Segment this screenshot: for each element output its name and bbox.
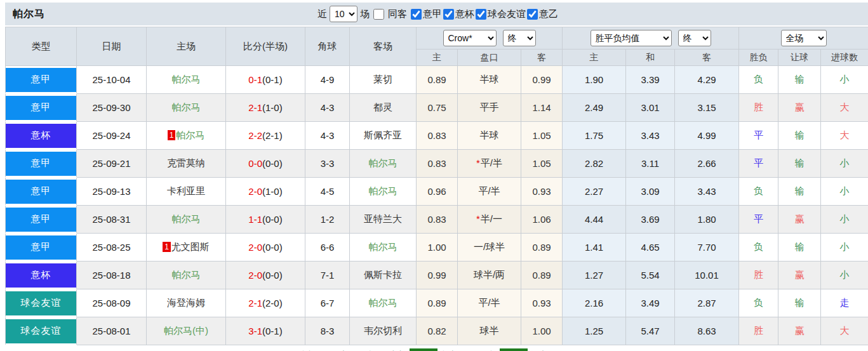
filter-controls: 近 10 场 同客 意甲 意杯 球会友谊 意乙 [315, 6, 558, 22]
away-team-name: 莱切 [373, 74, 392, 84]
avg-away: 3.43 [675, 178, 739, 206]
subcol-odds-home: 主 [417, 50, 458, 66]
match-date: 25-08-31 [77, 206, 147, 234]
league-checkbox-coppa-italia[interactable] [443, 9, 454, 20]
fulltime-score: 2-0 [248, 270, 262, 281]
match-row: 意甲25-09-13卡利亚里2-0(1-0)4-5帕尔马0.96平/半0.932… [6, 178, 868, 206]
away-team-name: 帕尔马 [369, 157, 397, 168]
corner-score: 8-3 [305, 317, 350, 345]
league-type-badge: 意甲 [6, 68, 76, 92]
subcol-avg-away: 客 [675, 50, 739, 66]
result-outcome: 胜 [739, 317, 778, 345]
avg-draw: 3.09 [626, 178, 675, 206]
handicap-cell: 一/球半 [458, 234, 521, 262]
handicap-result: 输 [778, 178, 821, 206]
halftime-score: (0-0) [262, 158, 283, 169]
odds-away: 0.89 [521, 234, 563, 262]
avg-time-select[interactable]: 终 [678, 30, 711, 46]
league-label-serie-b: 意乙 [539, 8, 558, 20]
away-team-name: 斯佩齐亚 [364, 129, 402, 140]
avg-away: 8.63 [675, 317, 739, 345]
avg-draw: 3.49 [626, 289, 675, 317]
odds-company-select[interactable]: Crow* [443, 30, 497, 46]
subcol-avg-home: 主 [563, 50, 626, 66]
home-team-name: 帕尔马 [172, 269, 201, 280]
match-date: 25-09-13 [77, 178, 147, 206]
team-name-title: 帕尔马 [13, 8, 45, 21]
league-checkbox-serie-a[interactable] [411, 9, 422, 20]
home-team-name: 卡利亚里 [167, 185, 205, 196]
handicap-result: 输 [778, 289, 821, 317]
league-type-badge: 球会友谊 [6, 319, 76, 343]
avg-home: 1.27 [563, 262, 626, 289]
subcol-avg-draw: 和 [626, 50, 675, 66]
odds-home: 0.83 [417, 122, 458, 150]
corner-score: 7-1 [305, 262, 350, 289]
avg-away: 7.70 [675, 234, 739, 262]
fulltime-score: 3-1 [248, 326, 262, 336]
score-cell: 2-2(2-1) [226, 122, 305, 150]
avg-draw: 3.11 [626, 150, 675, 178]
league-type-badge: 意甲 [6, 96, 76, 120]
recent-count-select[interactable]: 10 [330, 6, 357, 22]
odds-away: 0.89 [521, 262, 563, 289]
match-date: 25-08-09 [77, 289, 147, 317]
match-row: 意甲25-09-21克雷莫纳0-0(0-0)3-3帕尔马0.83*平/半1.05… [6, 150, 868, 178]
league-type-cell: 意杯 [6, 262, 77, 289]
league-label-club-friendly: 球会友谊 [488, 8, 526, 20]
win-rate-badge: 30% [410, 348, 437, 351]
handicap-result: 输 [778, 66, 821, 94]
scope-select[interactable]: 全场 [781, 30, 827, 46]
col-header-score: 比分(半场) [226, 27, 305, 66]
avg-draw: 3.01 [626, 94, 675, 122]
match-row: 球会友谊25-08-09海登海姆2-1(2-0)6-7帕尔马0.89平/半0.9… [6, 289, 868, 317]
league-type-cell: 意甲 [6, 234, 77, 262]
subcol-handicap: 盘口 [458, 50, 521, 66]
fulltime-score: 1-1 [248, 214, 262, 225]
goals-result: 小 [821, 150, 868, 178]
odds-home: 0.75 [417, 94, 458, 122]
big-rate-badge: 30% [500, 348, 528, 351]
league-filter-serie-b: 意乙 [526, 8, 558, 20]
match-date: 25-09-21 [77, 150, 147, 178]
halftime-score: (0-0) [262, 270, 283, 281]
odds-time-select[interactable]: 终 [503, 30, 536, 46]
avg-odds-select[interactable]: 胜平负均值 [591, 30, 672, 46]
odds-away: 0.99 [521, 66, 563, 94]
handicap-result: 输 [778, 234, 821, 262]
away-team: 帕尔马 [350, 234, 417, 262]
match-date: 25-10-04 [77, 66, 147, 94]
home-team: 克雷莫纳 [147, 150, 226, 178]
away-team: 帕尔马 [350, 150, 417, 178]
handicap-result: 输 [778, 122, 821, 150]
avg-home: 2.82 [563, 150, 626, 178]
summary-footer: 近10场,胜3平3负4, 胜率: 30% 赢率:40% 大: 30% 单率:30… [5, 345, 868, 351]
score-cell: 1-1(0-0) [226, 206, 305, 234]
league-type-cell: 意甲 [6, 94, 77, 122]
panel-topbar: 帕尔马 近 10 场 同客 意甲 意杯 球会友谊 [5, 3, 868, 25]
table-header: 类型 日期 主场 比分(半场) 角球 客场 Crow* 终 [6, 27, 868, 66]
away-team: 莱切 [350, 66, 417, 94]
goals-result: 小 [821, 178, 868, 206]
same-away-checkbox[interactable] [373, 9, 384, 20]
fulltime-score: 0-0 [248, 158, 262, 169]
league-type-cell: 意甲 [6, 178, 77, 206]
avg-odds-header: 胜平负均值 终 [563, 27, 739, 50]
league-type-badge: 意杯 [6, 124, 76, 148]
score-cell: 3-1(0-1) [226, 317, 305, 345]
goals-result: 小 [821, 206, 868, 234]
away-team: 帕尔马 [350, 289, 417, 317]
goals-result: 大 [821, 94, 868, 122]
league-checkbox-serie-b[interactable] [527, 9, 538, 20]
corner-score: 6-7 [305, 289, 350, 317]
result-outcome: 胜 [739, 94, 778, 122]
match-row: 意杯25-09-241帕尔马2-2(2-1)4-3斯佩齐亚0.83半球1.051… [6, 122, 868, 150]
avg-draw: 3.69 [626, 206, 675, 234]
col-header-home: 主场 [147, 27, 226, 66]
handicap-cell: 球半/两 [458, 262, 521, 289]
odds-home: 0.89 [417, 66, 458, 94]
league-checkbox-club-friendly[interactable] [476, 9, 486, 20]
match-row: 意甲25-10-04帕尔马0-1(0-1)4-9莱切0.89半球0.991.90… [6, 66, 868, 94]
subcol-goals: 进球数 [821, 50, 868, 66]
halftime-score: (2-1) [262, 130, 283, 141]
